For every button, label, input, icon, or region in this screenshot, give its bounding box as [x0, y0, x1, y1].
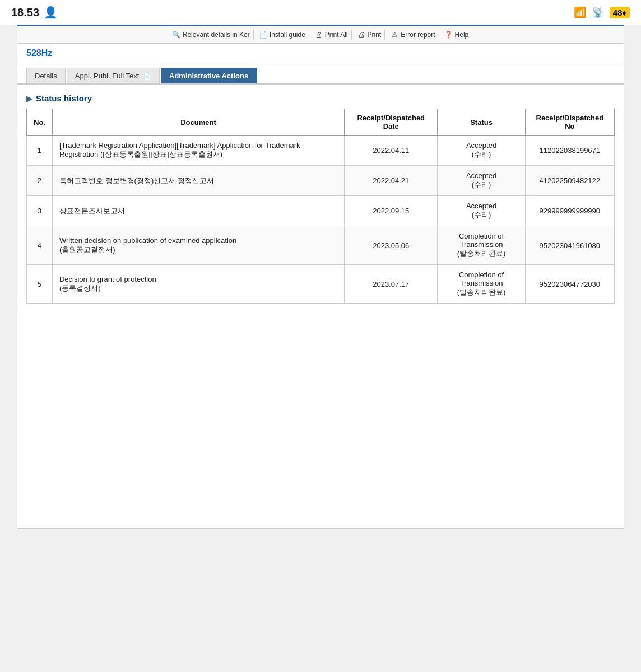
- toolbar-print[interactable]: 🖨 Print: [354, 30, 385, 40]
- toolbar-error-report[interactable]: ⚠ Error report: [387, 30, 439, 40]
- tab-details[interactable]: Details: [26, 68, 66, 83]
- toolbar-print-all[interactable]: 🖨 Print All: [312, 30, 352, 40]
- status-bar-left: 18.53 👤: [11, 6, 58, 19]
- status-bar-right: 📶 📡 48♦: [574, 6, 630, 18]
- cell-document: 특허고객번호 정보변경(경정)신고서·정정신고서: [52, 166, 344, 196]
- cell-receipt-no: 112022038199671: [525, 136, 614, 166]
- pdf-icon: 📄: [143, 73, 151, 80]
- cell-no: 3: [27, 196, 53, 226]
- tab-appl-publ-full-text[interactable]: Appl. Publ. Full Text 📄: [67, 68, 160, 83]
- print-all-icon: 🖨: [315, 31, 323, 39]
- col-header-date: Receipt/Dispatched Date: [345, 109, 438, 136]
- cell-receipt-no: 929999999999990: [525, 196, 614, 226]
- cell-no: 5: [27, 265, 53, 304]
- cell-no: 4: [27, 226, 53, 265]
- tab-administrative-actions[interactable]: Administrative Actions: [161, 68, 257, 83]
- section-arrow-icon: ▶: [26, 94, 32, 103]
- toolbar: 🔍 Relevant details in Kor 📄 Install guid…: [17, 26, 624, 44]
- col-header-no: No.: [27, 109, 53, 136]
- toolbar-print-label: Print: [368, 31, 382, 39]
- table-row: 4Written decision on publication of exam…: [27, 226, 615, 265]
- table-row: 3상표전문조사보고서2022.09.15Accepted (수리)9299999…: [27, 196, 615, 226]
- toolbar-install-guide[interactable]: 📄 Install guide: [256, 30, 309, 40]
- brand-name: 528Hz: [17, 44, 624, 63]
- cell-document: [Trademark Registration Application][Tra…: [52, 136, 344, 166]
- signal-icon: 📶: [574, 6, 586, 18]
- cell-document: Written decision on publication of exami…: [52, 226, 344, 265]
- status-history-title: ▶ Status history: [26, 94, 615, 103]
- cell-status: Completion of Transmission (발송처리완료): [438, 265, 525, 304]
- toolbar-relevant-details[interactable]: 🔍 Relevant details in Kor: [169, 30, 254, 40]
- user-icon: 👤: [44, 6, 58, 19]
- install-guide-icon: 📄: [259, 31, 267, 39]
- time-display: 18.53: [11, 6, 39, 19]
- cell-receipt-no: 412022509482122: [525, 166, 614, 196]
- content-wrapper: 🔍 Relevant details in Kor 📄 Install guid…: [17, 25, 624, 529]
- cell-status: Accepted (수리): [438, 196, 525, 226]
- wifi-icon: 📡: [592, 6, 604, 18]
- cell-status: Accepted (수리): [438, 136, 525, 166]
- tab-bar: Details Appl. Publ. Full Text 📄 Administ…: [17, 63, 624, 85]
- table-row: 5Decision to grant of protection (등록결정서)…: [27, 265, 615, 304]
- col-header-receipt-no: Receipt/Dispatched No: [525, 109, 614, 136]
- status-bar: 18.53 👤 📶 📡 48♦: [0, 0, 641, 25]
- table-row: 2특허고객번호 정보변경(경정)신고서·정정신고서2022.04.21Accep…: [27, 166, 615, 196]
- cell-date: 2023.07.17: [345, 265, 438, 304]
- error-report-icon: ⚠: [391, 31, 398, 39]
- cell-date: 2022.04.11: [345, 136, 438, 166]
- help-icon: ❓: [445, 31, 453, 39]
- cell-document: 상표전문조사보고서: [52, 196, 344, 226]
- status-history-table: No. Document Receipt/Dispatched Date Sta…: [26, 109, 615, 304]
- relevant-details-icon: 🔍: [173, 31, 180, 39]
- print-icon: 🖨: [357, 31, 365, 39]
- cell-date: 2023.05.06: [345, 226, 438, 265]
- status-history-section: ▶ Status history No. Document Receipt/Di…: [17, 85, 624, 304]
- toolbar-help-label: Help: [455, 31, 469, 39]
- toolbar-relevant-details-label: Relevant details in Kor: [183, 31, 250, 39]
- col-header-document: Document: [52, 109, 344, 136]
- toolbar-help[interactable]: ❓ Help: [442, 30, 472, 40]
- toolbar-install-guide-label: Install guide: [270, 31, 305, 39]
- toolbar-error-report-label: Error report: [401, 31, 435, 39]
- battery-badge: 48♦: [610, 7, 630, 18]
- cell-receipt-no: 952023041961080: [525, 226, 614, 265]
- cell-document: Decision to grant of protection (등록결정서): [52, 265, 344, 304]
- cell-no: 1: [27, 136, 53, 166]
- cell-status: Completion of Transmission (발송처리완료): [438, 226, 525, 265]
- cell-date: 2022.04.21: [345, 166, 438, 196]
- cell-receipt-no: 952023064772030: [525, 265, 614, 304]
- cell-no: 2: [27, 166, 53, 196]
- cell-status: Accepted (수리): [438, 166, 525, 196]
- toolbar-print-all-label: Print All: [325, 31, 348, 39]
- table-row: 1[Trademark Registration Application][Tr…: [27, 136, 615, 166]
- col-header-status: Status: [438, 109, 525, 136]
- cell-date: 2022.09.15: [345, 196, 438, 226]
